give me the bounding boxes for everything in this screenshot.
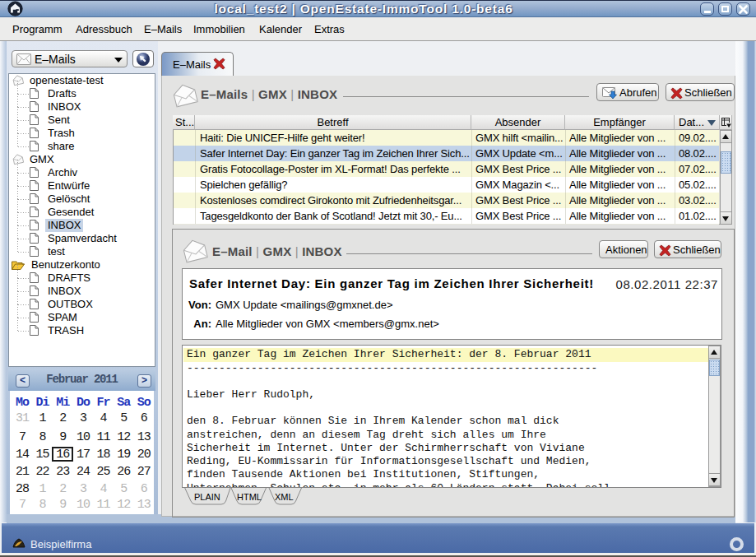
svg-text:XML: XML: [275, 492, 294, 502]
svg-text:HTML: HTML: [237, 492, 262, 502]
svg-text:PLAIN: PLAIN: [194, 492, 220, 502]
